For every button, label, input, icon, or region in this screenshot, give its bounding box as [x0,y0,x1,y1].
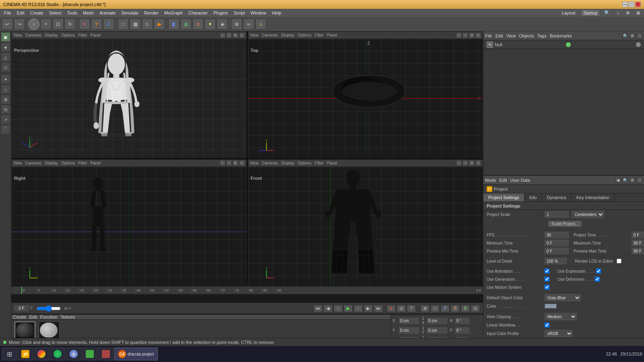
menu-script[interactable]: Script [231,10,247,16]
tab-info[interactable]: Info [524,193,542,202]
sun-button[interactable]: ☼ [255,19,266,30]
lt-edge-button[interactable]: △ [1,52,10,62]
default-color-dropdown[interactable]: Gray-Blue Red Green [545,294,581,301]
key-pos-button[interactable]: P [441,305,450,312]
taskbar-explorer[interactable]: 📁 [18,348,33,360]
om-edit-menu[interactable]: Edit [495,33,503,38]
use-motion-checkbox[interactable] [545,285,549,290]
next-frame-button[interactable]: › [354,305,363,312]
menu-file[interactable]: File [2,10,14,16]
go-start-button[interactable]: ⏮ [314,305,322,312]
p-rot-input[interactable] [455,327,469,333]
render-lod-checkbox[interactable] [617,259,621,263]
front-cameras-menu[interactable]: Cameras [262,161,278,165]
top-cameras-menu[interactable]: Cameras [262,33,278,37]
taskbar-app1[interactable] [82,348,97,360]
search-icon[interactable]: 🔍 [602,9,613,16]
right-options-menu[interactable]: Options [61,161,75,165]
front-display-menu[interactable]: Display [281,161,295,165]
at-config-icon[interactable]: ⚙ [630,177,635,183]
x-size-input[interactable] [427,318,447,324]
tab-dynamics[interactable]: Dynamics [542,193,571,202]
start-button[interactable]: ⊞ [2,348,17,360]
preview-max-input[interactable] [632,248,644,254]
vp-view-menu[interactable]: View [13,33,22,37]
right-lock-icon[interactable]: ↔ [226,160,232,166]
rotate-button[interactable]: ↻ [64,19,76,30]
fps-input[interactable] [545,232,569,238]
right-max-icon[interactable]: □ [239,160,245,166]
front-options-menu[interactable]: Options [297,161,311,165]
scale-button[interactable]: ⊡ [52,19,64,30]
stereo-button[interactable]: ∞ [243,19,254,30]
settings-icon[interactable]: ⚙ [623,10,632,16]
play-button[interactable]: ▶ [344,305,353,312]
mat-texture-menu[interactable]: Texture [60,315,75,319]
vp-max-icon[interactable]: □ [239,33,245,38]
render-region[interactable]: ▦ [130,19,141,30]
front-sync-icon[interactable]: ⊙ [469,160,475,166]
top-display-menu[interactable]: Display [281,33,295,37]
menu-help[interactable]: Help [270,10,284,16]
menu-edit[interactable]: Edit [14,10,27,16]
at-userdata-menu[interactable]: User Data [510,178,530,183]
menu-animate[interactable]: Animate [97,10,118,16]
vp-cameras-menu[interactable]: Cameras [25,33,42,37]
lt-texture-button[interactable]: ⌂ [1,84,10,94]
menu-mograph[interactable]: MoGraph [162,10,185,16]
top-view-menu[interactable]: View [250,33,259,37]
layout-value[interactable]: Startup [580,9,600,16]
top-max-icon[interactable]: □ [475,33,481,38]
top-viewport[interactable]: View Cameras Display Options Filter Pane… [248,31,483,158]
right-cameras-menu[interactable]: Cameras [25,161,42,165]
use-animation-checkbox[interactable] [545,269,549,274]
prev-frame-button[interactable]: ‹ [334,305,343,312]
use-generators-checkbox[interactable] [545,277,549,282]
minimize-button[interactable]: — [622,2,628,7]
at-lock-icon[interactable]: 🔍 [622,177,628,183]
lt-uv-button[interactable]: ✦ [1,74,10,84]
null-check-2[interactable] [636,42,641,47]
z-button[interactable]: Z [103,19,114,30]
linear-workflow-checkbox[interactable] [545,323,549,327]
om-view-menu[interactable]: View [506,33,516,38]
mat-edit-menu[interactable]: Edit [29,315,37,319]
help-button[interactable]: ? [407,305,416,312]
material-1[interactable]: b518dh [14,321,35,338]
camera-button[interactable]: ⊗ [231,19,242,30]
y-size-input[interactable] [427,327,447,333]
sphere-button[interactable]: ◎ [180,19,192,30]
om-bookmarks-menu[interactable]: Bookmarks [550,33,572,38]
key-all-button[interactable]: ⊞ [421,305,429,312]
frame-button[interactable]: □ [118,19,129,30]
y-position-input[interactable] [399,327,419,333]
front-panel-menu[interactable]: Panel [327,161,337,165]
vp-options-menu[interactable]: Options [61,33,75,37]
lt-workplane-button[interactable]: ⌒ [1,125,10,134]
h-rot-input[interactable] [455,318,469,324]
taskbar-chrome[interactable] [34,348,49,360]
undo-button[interactable]: ↩ [2,19,13,30]
vp-panel-menu[interactable]: Panel [91,33,101,37]
vp-filter-menu[interactable]: Filter [78,33,87,37]
light-button[interactable]: ◈ [217,19,228,30]
om-config-icon[interactable]: ⚙ [630,33,635,39]
right-filter-menu[interactable]: Filter [78,161,87,165]
top-sync-icon[interactable]: ⊙ [469,33,475,38]
taskbar-app2[interactable] [98,348,114,360]
color-profile-dropdown[interactable]: sRGB Linear [545,330,573,337]
max-time-input[interactable] [632,240,644,246]
perspective-viewport[interactable]: View Cameras Display Options Filter Pane… [11,31,247,158]
menu-character[interactable]: Character [186,10,210,16]
use-expression-checkbox[interactable] [596,269,601,274]
top-filter-menu[interactable]: Filter [315,33,324,37]
use-deformers-checkbox[interactable] [595,277,600,282]
preview-min-input[interactable] [545,248,569,254]
tab-project-settings[interactable]: Project Settings [483,193,524,202]
front-view-menu[interactable]: View [250,161,259,165]
delete-button[interactable]: ✕ [79,19,90,30]
front-max-icon[interactable]: □ [475,160,481,166]
auto-key-button[interactable]: ◎ [397,305,406,312]
redo-button[interactable]: ↪ [14,19,25,30]
top-panel-menu[interactable]: Panel [327,33,337,37]
